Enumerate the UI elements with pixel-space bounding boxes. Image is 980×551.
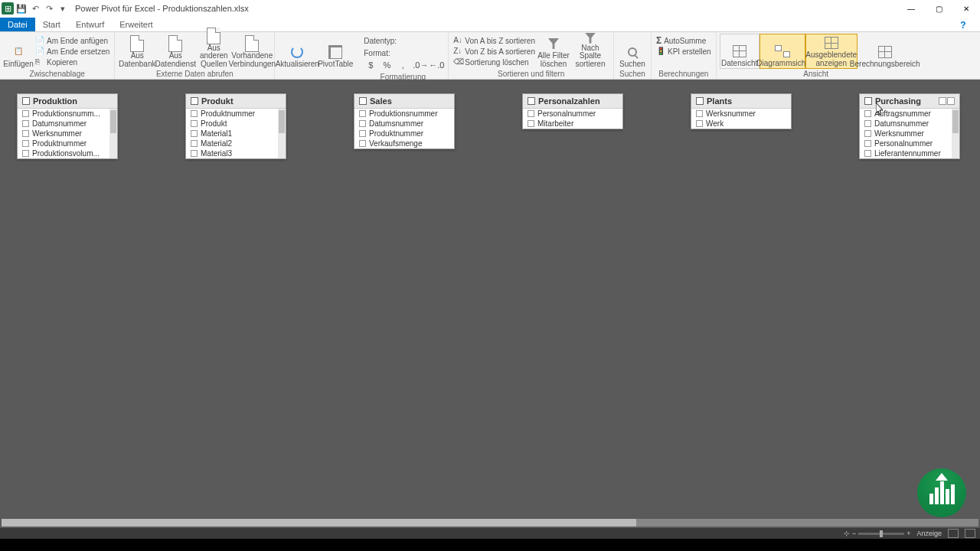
from-service-button[interactable]: Aus Datendienst [156, 34, 194, 69]
undo-icon[interactable]: ↶ [29, 2, 41, 15]
save-icon[interactable]: 💾 [15, 2, 28, 15]
diagram-view-toggle[interactable] [965, 529, 975, 538]
data-view-button[interactable]: Datensicht [720, 34, 760, 69]
table-card-purchasing[interactable]: PurchasingAuftragsnummerDatumsnummerWerk… [859, 93, 960, 159]
diagram-canvas[interactable]: ProduktionProduktionsnumm...Datumsnummer… [0, 80, 980, 528]
copy-button[interactable]: ⎘Kopieren [35, 57, 109, 67]
field-row[interactable]: Produktionsnumm... [18, 109, 117, 119]
refresh-button[interactable]: Aktualisieren [278, 34, 316, 69]
table-scrollbar[interactable] [109, 109, 117, 158]
paste-replace-button[interactable]: 📄Am Ende ersetzen [35, 46, 109, 57]
table-card-personalzahlen[interactable]: PersonalzahlenPersonalnummerMitarbeiter [522, 93, 623, 129]
diagram-view-button[interactable]: Diagrammsicht [760, 34, 805, 69]
sort-za-button[interactable]: Z↓Von Z bis A sortieren [453, 46, 535, 57]
field-row[interactable]: Werksnummer [691, 109, 791, 119]
zoom-thumb[interactable] [880, 530, 883, 537]
table-header[interactable]: Purchasing [860, 94, 959, 109]
increase-decimal-button[interactable]: .0→ [412, 60, 426, 70]
table-card-produktion[interactable]: ProduktionProduktionsnumm...Datumsnummer… [17, 93, 118, 159]
tab-design[interactable]: Entwurf [68, 18, 112, 31]
field-row[interactable]: Auftragsnummer [860, 109, 959, 119]
tab-advanced[interactable]: Erweitert [112, 18, 160, 31]
zoom-control[interactable]: ⊹ − + [844, 530, 911, 537]
pivottable-button[interactable]: PivotTable [316, 34, 354, 69]
maximize-button[interactable]: ▢ [925, 0, 952, 17]
field-row[interactable]: Datumsnummer [354, 119, 454, 129]
sort-az-button[interactable]: A↓Von A bis Z sortieren [453, 35, 535, 46]
minimize-button[interactable]: — [897, 0, 925, 17]
from-db-button[interactable]: Aus Datenbank [118, 34, 156, 69]
field-row[interactable]: Produktnummer [354, 129, 454, 139]
scrollbar-thumb[interactable] [2, 519, 636, 527]
field-row[interactable]: Datumsnummer [18, 119, 117, 129]
table-header[interactable]: Produkt [186, 94, 286, 109]
percent-button[interactable]: % [380, 60, 394, 70]
table-card-plants[interactable]: PlantsWerksnummerWerk [691, 93, 792, 129]
refresh-icon [291, 46, 303, 58]
paste-button[interactable]: 📋 Einfügen [3, 34, 34, 69]
currency-button[interactable]: $ [364, 60, 377, 70]
field-row[interactable]: Material2 [186, 139, 286, 148]
calc-area-button[interactable]: Berechnungsbereich [858, 34, 913, 69]
table-card-sales[interactable]: SalesProduktionsnummerDatumsnummerProduk… [354, 93, 455, 149]
close-button[interactable]: ✕ [952, 0, 980, 17]
format-symbols: $ % , .0→ ←.0 [364, 60, 442, 70]
field-row[interactable]: Werksnummer [860, 129, 959, 139]
paste-append-button[interactable]: 📄Am Ende anfügen [35, 35, 109, 46]
empty-label [278, 69, 354, 79]
horizontal-scrollbar[interactable] [2, 519, 978, 527]
field-row[interactable]: Mitarbeiter [523, 119, 622, 129]
data-view-toggle[interactable] [948, 529, 959, 538]
kpi-button[interactable]: 🚦KPI erstellen [656, 46, 711, 57]
field-row[interactable]: Werk [691, 119, 791, 129]
tab-file[interactable]: Datei [0, 18, 35, 31]
existing-conn-button[interactable]: Vorhandene Verbindungen [233, 34, 271, 69]
field-row[interactable]: Produktnummer [18, 139, 117, 148]
field-row[interactable]: Personalnummer [860, 139, 959, 148]
field-row[interactable]: Werksnummer [18, 129, 117, 139]
help-button[interactable]: ? [949, 17, 977, 34]
field-row[interactable]: Personalnummer [523, 109, 622, 119]
field-row[interactable]: Lieferantennummer [860, 148, 959, 158]
table-body: ProduktionsnummerDatumsnummerProduktnumm… [354, 109, 454, 148]
table-header[interactable]: Personalzahlen [523, 94, 622, 109]
field-row[interactable]: Produktnummer [186, 109, 286, 119]
table-header-button[interactable] [939, 97, 946, 105]
decrease-decimal-button[interactable]: ←.0 [428, 60, 442, 70]
scrollbar-thumb[interactable] [952, 110, 959, 133]
tab-start[interactable]: Start [35, 18, 68, 31]
scrollbar-thumb[interactable] [110, 110, 116, 133]
fit-icon[interactable]: ⊹ [844, 530, 850, 537]
comma-button[interactable]: , [396, 60, 410, 70]
scrollbar-thumb[interactable] [279, 110, 285, 133]
field-row[interactable]: Datumsnummer [860, 119, 959, 129]
table-scrollbar[interactable] [952, 109, 959, 158]
field-row[interactable]: Verkaufsmenge [354, 139, 454, 148]
field-row[interactable]: Produktionsnummer [354, 109, 454, 119]
sort-by-col-button[interactable]: Nach Spalte sortieren [570, 34, 610, 69]
table-card-produkt[interactable]: ProduktProduktnummerProduktMaterial1Mate… [185, 93, 286, 159]
table-header[interactable]: Plants [691, 94, 791, 109]
table-scrollbar[interactable] [278, 109, 286, 158]
clear-filter-button[interactable]: Alle Filter löschen [537, 34, 570, 69]
field-row[interactable]: Material3 [186, 148, 286, 158]
qat-dropdown-icon[interactable]: ▾ [57, 2, 69, 15]
zoom-slider[interactable] [858, 533, 904, 535]
from-other-button[interactable]: Aus anderen Quellen [194, 34, 233, 69]
arrow-icon [936, 473, 948, 481]
autosum-button[interactable]: ΣAutoSumme [656, 35, 711, 46]
field-row[interactable]: Produktionsvolum... [18, 148, 117, 158]
search-button[interactable]: Suchen [617, 34, 648, 69]
clear-sort-icon: ⌫ [453, 57, 462, 67]
zoom-out-button[interactable]: − [852, 530, 856, 537]
field-row[interactable]: Produkt [186, 119, 286, 129]
table-header[interactable]: Sales [354, 94, 454, 109]
table-header[interactable]: Produktion [18, 94, 117, 109]
redo-icon[interactable]: ↷ [43, 2, 55, 15]
table-header-button[interactable] [947, 97, 955, 105]
app-icon[interactable]: ⊞ [2, 2, 14, 15]
kpi-icon: 🚦 [656, 47, 665, 56]
zoom-in-button[interactable]: + [906, 530, 910, 537]
field-row[interactable]: Material1 [186, 129, 286, 139]
clear-sort-button[interactable]: ⌫Sortierung löschen [453, 57, 535, 67]
